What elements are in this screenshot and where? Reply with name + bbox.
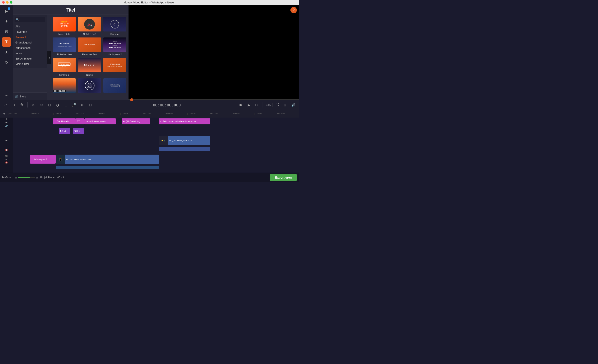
split-icon-1: ⇅ <box>60 130 62 132</box>
category-alle[interactable]: Alle <box>13 24 47 29</box>
grid-item-einfach[interactable]: TITLE HERE AND SOME TEXT HERE Einfache L… <box>53 37 76 56</box>
category-favoriten[interactable]: Favoriten <box>13 29 47 34</box>
rotate-button[interactable]: ↻ <box>38 101 45 108</box>
grid-item-perfect[interactable]: THE PERFECT INTRO FOREVER <box>78 78 101 94</box>
sidebar-item-effects[interactable]: ✦ <box>2 17 11 26</box>
store-label: Store <box>20 95 26 98</box>
volume-icon-2[interactable]: 🔇 <box>5 149 8 151</box>
grid-item-mountains[interactable]: 00:00:02:986 <box>53 78 76 94</box>
grid-item-einfacher-text[interactable]: Title text here Einfacher Text <box>78 37 101 56</box>
skip-start-button[interactable]: ⏮ <box>237 101 244 108</box>
title-icon-whatsapp: TT <box>31 158 34 160</box>
search-icon: 🔍 <box>16 18 19 21</box>
category-sprechblasen[interactable]: Sprechblasen <box>13 56 47 61</box>
grid-item-title-here[interactable]: TITLE HERE AND SOME TEXT HERE <box>103 58 126 76</box>
category-kunstlerisch[interactable]: Künstlerisch <box>13 45 47 50</box>
grid-item-last[interactable]: TITLE TEXT HERE YOUR TEXT <box>103 78 126 94</box>
grid-item-nachspann2[interactable]: Director Name Surname Producer Name Surn… <box>103 37 126 56</box>
track-content-main-audio <box>13 165 299 173</box>
filters-button[interactable]: ⊟ <box>87 101 94 108</box>
color-button[interactable]: ◑ <box>54 101 61 108</box>
volume-icon-main[interactable]: 🔇 <box>5 161 8 164</box>
add-track-button[interactable]: + <box>0 111 8 117</box>
eye-icon[interactable]: 👁 <box>5 121 8 124</box>
grid-thumb-title-here: TITLE HERE AND SOME TEXT HERE <box>103 58 126 72</box>
ruler-mark-6: 00:00:30 <box>143 113 165 115</box>
clip-title-1[interactable]: TT Die Einstellun <box>53 118 76 124</box>
category-meine-titel[interactable]: Meine Titel <box>13 61 47 66</box>
fullscreen-button[interactable]: ⛶ <box>274 101 281 108</box>
clip-split-1[interactable]: ⇅ Spit <box>59 128 70 134</box>
volume-button[interactable]: 🔊 <box>290 101 297 108</box>
search-box[interactable]: 🔍 ✕ <box>15 17 45 22</box>
clip-whatsapp-title[interactable]: TT Whatsapp mit <box>30 155 56 164</box>
grid-item-diamant[interactable]: ◇ Diamant <box>103 17 126 35</box>
settings-button[interactable]: ⚙ <box>79 101 85 108</box>
clip-split-2[interactable]: ⇅ Spit <box>73 128 84 134</box>
clip-video2[interactable]: ⭐📱 VID_20190422_141635.m <box>159 136 210 145</box>
play-button[interactable]: ▶ <box>245 101 252 108</box>
ruler-mark-9: 00:00:45 <box>210 113 232 115</box>
eye-icon-2[interactable]: 👁 <box>5 139 8 142</box>
clip-title-3[interactable]: TT Im Browser web.w <box>84 118 116 124</box>
minimize-button[interactable] <box>6 1 8 4</box>
sidebar-item-transitions[interactable]: ⊠ <box>2 27 11 36</box>
grid-thumb-nachspann2: Director Name Surname Producer Name Surn… <box>103 37 126 52</box>
eye-icon-main[interactable]: 👁 <box>5 158 8 161</box>
title-panel: Titel 🔍 ✕ Alle Favoriten Auswahl <box>13 5 129 100</box>
preview-progress-bar[interactable] <box>129 99 299 100</box>
redo-button[interactable]: ↪ <box>10 101 17 108</box>
sidebar-item-media[interactable]: ▶ ! <box>2 6 11 16</box>
aspect-ratio-label[interactable]: 16:9 <box>265 103 273 107</box>
clip-main-video[interactable]: 📱 VID_20190422_141635.mp4 <box>56 155 159 164</box>
link-icon[interactable]: 🔗 <box>5 125 8 127</box>
preview-playhead <box>130 98 133 101</box>
grid-label-diamant: Diamant <box>110 33 119 35</box>
grid-item-mehr[interactable]: MOVAVI EFFECTS STORE Mehr Titel? <box>53 17 76 35</box>
category-grundlegend[interactable]: Grundlegend <box>13 40 47 45</box>
scale-slider[interactable] <box>18 177 35 178</box>
expand-button[interactable]: ⊞ <box>282 101 289 108</box>
clip-video2-text: VID_20190422_141635.m <box>169 139 191 141</box>
clip-title-5[interactable]: TT Jetzt lassen sich alle WhatsApp Na <box>159 118 210 124</box>
undo-button[interactable]: ↩ <box>2 101 9 108</box>
track-label-titles: T 👁 🔗 <box>0 117 13 127</box>
zoom-out-icon[interactable]: ⊟ <box>15 176 17 179</box>
category-auswahl[interactable]: Auswahl <box>13 34 47 40</box>
grid-area[interactable]: ‹ MOVAVI EFFECTS STORE <box>47 15 129 100</box>
stabilize-button[interactable]: ⊞ <box>62 101 69 108</box>
sidebar-item-titles[interactable]: T <box>2 37 11 47</box>
status-bar: Maßstab: ⊟ ⊞ Projektlänge: 00:43 Exporti… <box>0 173 299 182</box>
category-intros[interactable]: Intros <box>13 50 47 56</box>
skip-end-button[interactable]: ⏭ <box>254 101 260 108</box>
track-row-split: ⇅ Spit ⇅ Spit <box>0 127 299 135</box>
ruler-mark-12: 00:01:00 <box>277 113 299 115</box>
nav-prev-button[interactable]: ‹ <box>47 51 51 64</box>
grid-thumb-mehr: MOVAVI EFFECTS STORE <box>53 17 76 32</box>
clip-title-2[interactable]: TT <box>76 118 84 124</box>
scale-label: Maßstab: <box>2 176 13 179</box>
export-button[interactable]: Exportieren <box>270 174 297 181</box>
close-button[interactable] <box>2 1 5 4</box>
grid-item-neues[interactable]: 🏍️ NEUES Set! <box>78 17 101 35</box>
clip-title-4[interactable]: TT QR-Code fotog <box>122 118 150 124</box>
track-label-audio2: 🔇 <box>0 146 13 154</box>
sidebar-item-audio[interactable]: ≡ <box>2 91 11 100</box>
grid-label-nachspann2: Nachspann 2 <box>108 53 122 56</box>
title-clip-icon-4: TT <box>123 120 125 123</box>
sidebar-item-stickers[interactable]: ★ <box>2 48 11 57</box>
grid-item-schleife2[interactable]: Title text here Subtitle Schleife 2 <box>53 58 76 76</box>
grid-item-studio[interactable]: STUDIO Studio <box>78 58 101 76</box>
clip-audio2[interactable] <box>159 147 210 151</box>
maximize-button[interactable] <box>10 1 12 4</box>
store-button[interactable]: 🛒 Store <box>13 92 47 100</box>
clip-main-audio[interactable] <box>56 166 159 169</box>
sidebar-item-animations[interactable]: ⟳ <box>2 58 11 67</box>
delete-button[interactable]: 🗑 <box>18 101 25 108</box>
help-button[interactable]: ? <box>291 7 297 13</box>
crop-button[interactable]: ⊡ <box>46 101 53 108</box>
mic-button[interactable]: 🎤 <box>70 101 77 108</box>
zoom-in-icon[interactable]: ⊞ <box>36 176 38 179</box>
cut-button[interactable]: ✕ <box>30 101 37 108</box>
media-badge: ! <box>8 7 10 10</box>
